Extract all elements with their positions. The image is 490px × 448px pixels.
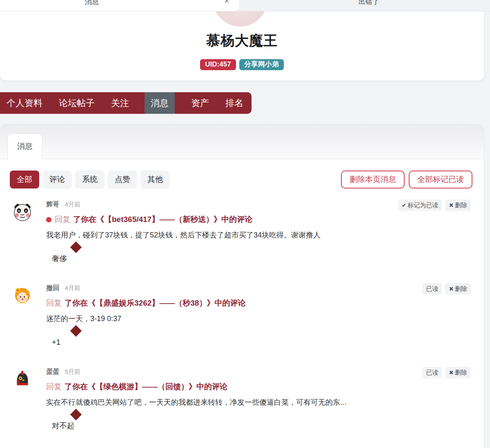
message-item: 辉哥 4月前 ✔标记为已读 ✖删除 回复了你在《【bet365/417】——（新… xyxy=(10,200,472,264)
filter-other[interactable]: 其他 xyxy=(140,171,170,189)
message-reply-line: 回复了你在《【bet365/417】——（新秒送）》中的评论 xyxy=(46,214,472,225)
nav-item-forum-posts[interactable]: 论坛帖子 xyxy=(59,92,95,114)
message-time: 4月前 xyxy=(65,284,80,291)
delete-icon: ✖ xyxy=(449,202,454,208)
panda-meme-avatar xyxy=(13,202,32,221)
delete-button[interactable]: ✖删除 xyxy=(445,283,471,295)
quoted-comment: +1 xyxy=(52,337,472,347)
reply-word: 回复 xyxy=(46,299,62,307)
delete-button[interactable]: ✖删除 xyxy=(445,367,471,378)
browser-tab-messages[interactable]: 消息 ✕ xyxy=(0,0,239,11)
filter-row: 全部 评论 系统 点赞 其他 删除本页消息 全部标记已读 xyxy=(10,171,472,189)
close-icon[interactable]: ✕ xyxy=(224,0,229,5)
reply-link[interactable]: 了你在《【bet365/417】——（新秒送）》中的评论 xyxy=(73,215,252,224)
nav-item-ranking[interactable]: 排名 xyxy=(225,92,243,114)
message-time: 4月前 xyxy=(65,201,80,208)
message-reply-line: 回复了你在《【绿色棋游】——（回馈）》中的评论 xyxy=(46,381,472,392)
messages-panel-body: 全部 评论 系统 点赞 其他 删除本页消息 全部标记已读 xyxy=(0,159,484,431)
quote-caret-icon xyxy=(70,409,82,420)
delete-button[interactable]: ✖删除 xyxy=(445,200,471,211)
messages-panel-header: 消息 xyxy=(0,124,484,159)
mark-all-read-button[interactable]: 全部标记已读 xyxy=(409,171,472,189)
uid-badge: UID:457 xyxy=(200,59,236,70)
message-actions: 已读 ✖删除 xyxy=(422,283,471,295)
filter-system[interactable]: 系统 xyxy=(75,171,105,189)
reply-word: 回复 xyxy=(55,215,70,224)
message-item: 蛋蛋 5月前 已读 ✖删除 回复了你在《【绿色棋游】——（回馈）》中的评论 实在… xyxy=(10,368,472,431)
message-item: 撤回 4月前 已读 ✖删除 回复了你在《【鼎盛娱乐3262】——（秒38）》中的… xyxy=(10,284,472,347)
message-time: 5月前 xyxy=(65,368,80,375)
nav-item-assets[interactable]: 资产 xyxy=(191,92,209,114)
read-status-badge: 已读 xyxy=(422,283,442,295)
profile-header: 慕杨大魔王 UID:457 分享网小弟 xyxy=(0,11,484,80)
browser-tab-title: 消息 xyxy=(85,0,99,7)
browser-tab-bar: 消息 ✕ 出错了 xyxy=(0,0,490,11)
nav-item-follows[interactable]: 关注 xyxy=(111,92,129,114)
message-actions: 已读 ✖删除 xyxy=(422,367,471,378)
filter-comments[interactable]: 评论 xyxy=(42,171,72,189)
message-username: 蛋蛋 xyxy=(46,368,59,375)
check-icon: ✔ xyxy=(402,202,407,208)
message-head: 蛋蛋 5月前 xyxy=(46,368,472,376)
bird-avatar xyxy=(13,370,32,388)
mark-read-button[interactable]: ✔标记为已读 xyxy=(398,200,442,211)
nav-item-profile[interactable]: 个人资料 xyxy=(7,92,42,114)
message-username: 辉哥 xyxy=(46,201,59,208)
read-status-badge: 已读 xyxy=(422,367,442,378)
message-reply-line: 回复了你在《【鼎盛娱乐3262】——（秒38）》中的评论 xyxy=(46,298,472,308)
reply-link[interactable]: 了你在《【绿色棋游】——（回馈）》中的评论 xyxy=(65,382,227,391)
filter-likes[interactable]: 点赞 xyxy=(108,171,137,189)
quoted-comment: 奢侈 xyxy=(52,253,472,264)
message-head: 撤回 4月前 xyxy=(46,284,472,292)
filter-chips: 全部 评论 系统 点赞 其他 xyxy=(10,171,170,189)
nav-item-messages[interactable]: 消息 xyxy=(145,92,175,114)
message-content: 迷茫的一天，3-19 0:37 xyxy=(46,314,472,324)
profile-badges: UID:457 分享网小弟 xyxy=(0,59,484,70)
delete-icon: ✖ xyxy=(449,369,454,376)
girl-avatar xyxy=(13,286,32,305)
unread-dot-icon xyxy=(46,217,51,222)
message-content: 实在不行就傻鸡巴关网站了吧，一天天的我都进来转转，净发一些傻逼白菜，可有可无的东… xyxy=(46,397,472,408)
messages-panel: 消息 全部 评论 系统 点赞 其他 删除本页消息 全部标记已读 xyxy=(0,124,484,448)
tab-messages[interactable]: 消息 xyxy=(7,133,42,159)
filter-all[interactable]: 全部 xyxy=(10,171,39,189)
quoted-comment: 对不起 xyxy=(52,421,472,431)
role-badge: 分享网小弟 xyxy=(239,59,284,70)
reply-link[interactable]: 了你在《【鼎盛娱乐3262】——（秒38）》中的评论 xyxy=(65,299,245,307)
delete-page-messages-button[interactable]: 删除本页消息 xyxy=(341,171,405,189)
bulk-actions: 删除本页消息 全部标记已读 xyxy=(341,171,472,189)
message-username: 撤回 xyxy=(46,284,59,291)
quote-caret-icon xyxy=(70,325,82,337)
delete-icon: ✖ xyxy=(449,286,454,292)
message-actions: ✔标记为已读 ✖删除 xyxy=(398,200,471,211)
reply-word: 回复 xyxy=(46,382,62,391)
browser-tab-error[interactable]: 出错了 xyxy=(359,0,379,7)
quote-caret-icon xyxy=(70,242,82,253)
message-content: 我老用户，碰到了37块钱，提了52块钱，然后下楼去了超市买了34块吃得。谢谢撸人 xyxy=(46,230,472,240)
profile-nav: 个人资料 论坛帖子 关注 消息 资产 排名 xyxy=(0,92,252,114)
